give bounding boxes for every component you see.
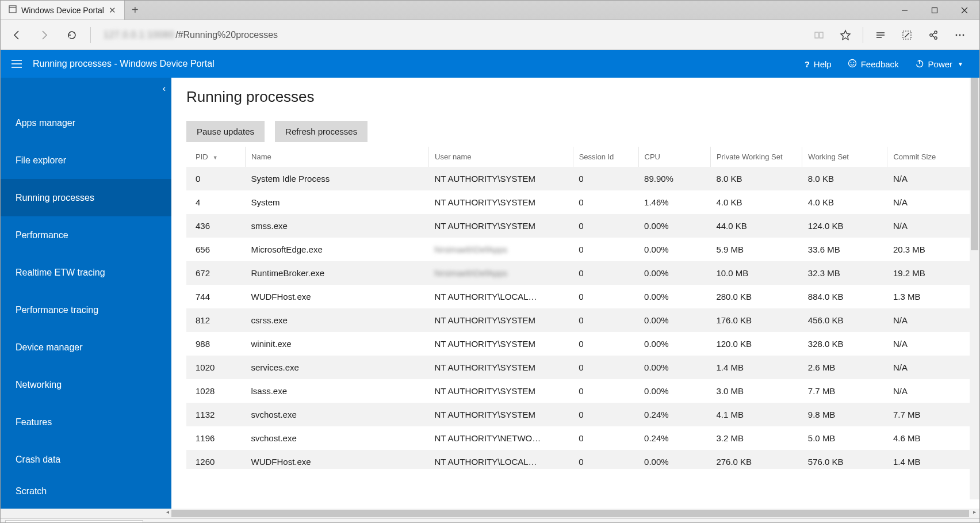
window-close-button[interactable]: [950, 1, 979, 20]
webnote-icon[interactable]: [894, 22, 920, 48]
nav-forward-button[interactable]: [32, 22, 57, 48]
nav-refresh-button[interactable]: [59, 22, 85, 48]
cell: 0.24%: [638, 426, 710, 450]
sidebar-item-networking[interactable]: Networking: [1, 366, 171, 403]
new-tab-button[interactable]: +: [125, 1, 146, 20]
pause-updates-button[interactable]: Pause updates: [186, 121, 265, 142]
cell: 1.3 MB: [887, 285, 979, 308]
table-row[interactable]: 744WUDFHost.exeNT AUTHORITY\LOCAL…00.00%…: [186, 285, 979, 308]
power-menu[interactable]: Power ▼: [907, 50, 971, 78]
cell: 0: [573, 214, 638, 238]
svg-point-17: [963, 34, 964, 36]
sidebar-item-crash-data[interactable]: Crash data: [1, 441, 171, 478]
sidebar-item-realtime-etw-tracing[interactable]: Realtime ETW tracing: [1, 254, 171, 291]
scroll-thumb[interactable]: [971, 78, 978, 250]
cell: NT AUTHORITY\SYSTEM: [429, 403, 573, 426]
table-row[interactable]: 1020services.exeNT AUTHORITY\SYSTEM00.00…: [186, 356, 979, 379]
table-row[interactable]: 0System Idle ProcessNT AUTHORITY\SYSTEM0…: [186, 167, 979, 190]
scroll-thumb[interactable]: [171, 510, 969, 517]
close-tab-icon[interactable]: ✕: [109, 5, 116, 16]
sidebar-item-performance[interactable]: Performance: [1, 216, 171, 254]
cell: wininit.exe: [246, 332, 429, 356]
sidebar-item-running-processes[interactable]: Running processes: [1, 179, 171, 216]
favorite-star-icon[interactable]: [833, 22, 858, 48]
cell: lsass.exe: [246, 379, 429, 403]
svg-line-14: [932, 36, 935, 37]
share-icon[interactable]: [921, 22, 946, 48]
status-url: http://127.0.0.1:10080/#Apps manager: [5, 520, 143, 523]
column-header-working-set[interactable]: Working Set: [802, 147, 887, 167]
table-row[interactable]: 1028lsass.exeNT AUTHORITY\SYSTEM00.00%3.…: [186, 379, 979, 403]
table-row[interactable]: 672RuntimeBroker.exehirsimaeb\DefApps00.…: [186, 261, 979, 285]
sidebar-item-apps-manager[interactable]: Apps manager: [1, 104, 171, 142]
column-header-name[interactable]: Name: [246, 147, 429, 167]
column-header-cpu[interactable]: CPU: [638, 147, 710, 167]
cell: N/A: [887, 190, 979, 214]
refresh-processes-button[interactable]: Refresh processes: [275, 121, 368, 142]
table-row[interactable]: 656MicrosoftEdge.exehirsimaeb\DefApps00.…: [186, 238, 979, 261]
status-bar: http://127.0.0.1:10080/#Apps manager: [1, 518, 979, 523]
hamburger-menu-icon[interactable]: [9, 56, 25, 72]
sidebar-item-device-manager[interactable]: Device manager: [1, 329, 171, 366]
content-area: Running processes Pause updates Refresh …: [171, 78, 979, 509]
reading-view-icon[interactable]: [806, 22, 832, 48]
hub-icon[interactable]: [868, 22, 893, 48]
help-label: Help: [814, 59, 832, 69]
cell: 0: [573, 238, 638, 261]
svg-point-15: [956, 34, 958, 36]
sidebar-item-features[interactable]: Features: [1, 403, 171, 441]
cell: 672: [186, 261, 246, 285]
cell: NT AUTHORITY\LOCAL…: [429, 285, 573, 308]
cell: 0: [573, 167, 638, 190]
toolbar-divider: [90, 27, 91, 43]
column-header-user-name[interactable]: User name: [429, 147, 573, 167]
sidebar-item-file-explorer[interactable]: File explorer: [1, 142, 171, 179]
column-header-pid[interactable]: PID▼: [186, 147, 246, 167]
cell: 1.4 MB: [887, 450, 979, 469]
feedback-link[interactable]: Feedback: [840, 50, 907, 78]
sidebar-item-performance-tracing[interactable]: Performance tracing: [1, 291, 171, 329]
cell: 656: [186, 238, 246, 261]
nav-back-button[interactable]: [4, 22, 29, 48]
table-row[interactable]: 1132svchost.exeNT AUTHORITY\SYSTEM00.24%…: [186, 403, 979, 426]
table-row[interactable]: 988wininit.exeNT AUTHORITY\SYSTEM00.00%1…: [186, 332, 979, 356]
sidebar-item-scratch[interactable]: Scratch: [1, 478, 171, 506]
url-path: /#Running%20processes: [175, 30, 278, 40]
url-bar[interactable]: 127.0.0.1:10080 /#Running%20processes: [97, 25, 804, 45]
cell: 176.0 KB: [710, 308, 802, 332]
table-row[interactable]: 436smss.exeNT AUTHORITY\SYSTEM00.00%44.0…: [186, 214, 979, 238]
table-row[interactable]: 1260WUDFHost.exeNT AUTHORITY\LOCAL…00.00…: [186, 450, 979, 469]
table-row[interactable]: 1196svchost.exeNT AUTHORITY\NETWO…00.24%…: [186, 426, 979, 450]
cell: 1.4 MB: [710, 356, 802, 379]
scroll-right-icon[interactable]: ▸: [970, 509, 979, 515]
cell: NT AUTHORITY\SYSTEM: [429, 308, 573, 332]
cell: svchost.exe: [246, 426, 429, 450]
browser-tab[interactable]: Windows Device Portal ✕: [1, 1, 125, 20]
app-header-title: Running processes - Windows Device Porta…: [33, 59, 215, 69]
window-maximize-button[interactable]: [920, 1, 950, 20]
column-header-commit-size[interactable]: Commit Size: [887, 147, 979, 167]
vertical-scrollbar[interactable]: [970, 78, 979, 499]
tab-title: Windows Device Portal: [21, 6, 104, 15]
sidebar-collapse-icon[interactable]: ‹: [163, 83, 166, 94]
cell: N/A: [887, 167, 979, 190]
cell: 32.3 MB: [802, 261, 887, 285]
cell: 10.0 MB: [710, 261, 802, 285]
browser-toolbar: 127.0.0.1:10080 /#Running%20processes: [1, 20, 979, 50]
column-header-private-working-set[interactable]: Private Working Set: [710, 147, 802, 167]
cell: 436: [186, 214, 246, 238]
cell: 0: [573, 379, 638, 403]
cell: 4.0 KB: [802, 190, 887, 214]
horizontal-scrollbar[interactable]: ◂▸: [1, 509, 979, 518]
cell: NT AUTHORITY\SYSTEM: [429, 356, 573, 379]
more-icon[interactable]: [947, 22, 973, 48]
svg-line-13: [932, 33, 935, 35]
url-host-blurred: 127.0.0.1:10080: [104, 30, 174, 40]
cell: NT AUTHORITY\SYSTEM: [429, 167, 573, 190]
cell: 1132: [186, 403, 246, 426]
column-header-session-id[interactable]: Session Id: [573, 147, 638, 167]
help-link[interactable]: ? Help: [797, 50, 840, 78]
window-minimize-button[interactable]: [890, 1, 920, 20]
table-row[interactable]: 812csrss.exeNT AUTHORITY\SYSTEM00.00%176…: [186, 308, 979, 332]
table-row[interactable]: 4SystemNT AUTHORITY\SYSTEM01.46%4.0 KB4.…: [186, 190, 979, 214]
